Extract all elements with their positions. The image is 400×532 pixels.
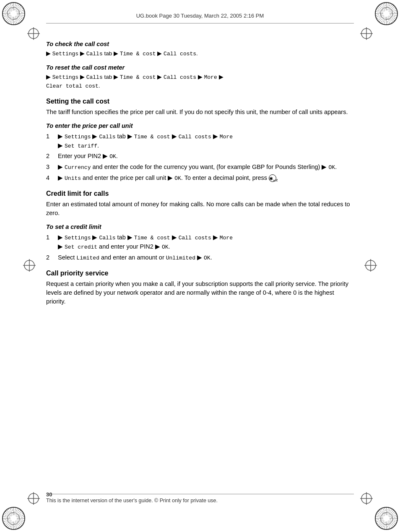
item-2-num: 2	[46, 152, 58, 161]
reg-mark-mr	[364, 259, 377, 273]
footer-content: 30 This is the internet version of the u…	[46, 491, 354, 503]
section-call-priority-para: Request a certain priority when you make…	[46, 280, 354, 306]
reg-mark-ml	[23, 259, 36, 273]
section-credit-limit: Credit limit for calls Enter an estimate…	[46, 189, 354, 218]
reg-mark-br	[360, 492, 373, 505]
reg-mark-tl	[27, 27, 40, 40]
credit-item-1-content: ▶ Settings ▶ Calls tab ▶ Time & cost ▶ C…	[58, 233, 354, 252]
section-setting-call-cost: Setting the call cost The tariff functio…	[46, 96, 354, 117]
reg-mark-tr	[360, 27, 373, 40]
set-credit-list: 1 ▶ Settings ▶ Calls tab ▶ Time & cost ▶…	[46, 233, 354, 262]
enter-price-item-4: 4 ▶ Units and enter the price per call u…	[46, 174, 354, 183]
section-credit-limit-heading: Credit limit for calls	[46, 189, 354, 198]
section-call-priority: Call priority service Request a certain …	[46, 268, 354, 306]
item-3-content: ▶ Currency and enter the code for the cu…	[58, 163, 354, 172]
enter-price-item-1: 1 ▶ Settings ▶ Calls tab ▶ Time & cost ▶…	[46, 132, 354, 151]
header-bar	[46, 23, 354, 23]
section-credit-limit-para: Enter an estimated total amount of money…	[46, 200, 354, 218]
section-enter-price: To enter the price per call unit 1 ▶ Set…	[46, 122, 354, 183]
reg-mark-bl	[27, 492, 40, 505]
page-number: 30	[46, 491, 52, 498]
item-2-content: Enter your PIN2 ▶ OK.	[58, 152, 354, 161]
item-3-num: 3	[46, 163, 58, 171]
section-call-priority-heading: Call priority service	[46, 268, 354, 278]
credit-item-2-num: 2	[46, 253, 58, 262]
footer-copyright: This is the internet version of the user…	[46, 498, 218, 503]
credit-item-2: 2 Select Limited and enter an amount or …	[46, 253, 354, 262]
section-set-credit-limit-heading: To set a credit limit	[46, 223, 354, 231]
enter-price-item-2: 2 Enter your PIN2 ▶ OK.	[46, 152, 354, 161]
section-setting-call-cost-para: The tariff function specifies the price …	[46, 108, 354, 117]
main-content: To check the call cost ▶ Settings ▶ Call…	[46, 40, 354, 492]
credit-item-2-content: Select Limited and enter an amount or Un…	[58, 253, 354, 262]
item-1-content: ▶ Settings ▶ Calls tab ▶ Time & cost ▶ C…	[58, 132, 354, 151]
header-text: UG.book Page 30 Tuesday, March 22, 2005 …	[0, 13, 400, 19]
section-reset-call-cost: To reset the call cost meter ▶ Settings …	[46, 63, 354, 91]
section-enter-price-heading: To enter the price per call unit	[46, 122, 354, 130]
corner-decoration-bl	[0, 507, 25, 532]
item-4-content: ▶ Units and enter the price per call uni…	[58, 174, 354, 183]
enter-price-list: 1 ▶ Settings ▶ Calls tab ▶ Time & cost ▶…	[46, 132, 354, 183]
corner-decoration-br	[375, 507, 400, 532]
section-check-call-cost: To check the call cost ▶ Settings ▶ Call…	[46, 40, 354, 58]
section-check-call-cost-heading: To check the call cost	[46, 40, 354, 49]
page-container: UG.book Page 30 Tuesday, March 22, 2005 …	[0, 0, 400, 532]
item-4-num: 4	[46, 174, 58, 182]
credit-item-1: 1 ▶ Settings ▶ Calls tab ▶ Time & cost ▶…	[46, 233, 354, 252]
item-1-num: 1	[46, 132, 58, 141]
section-reset-call-cost-heading: To reset the call cost meter	[46, 63, 354, 72]
section-set-credit-limit: To set a credit limit 1 ▶ Settings ▶ Cal…	[46, 223, 354, 262]
section-setting-call-cost-heading: Setting the call cost	[46, 96, 354, 106]
enter-price-item-3: 3 ▶ Currency and enter the code for the …	[46, 163, 354, 172]
credit-item-1-num: 1	[46, 233, 58, 242]
section-check-call-cost-nav: ▶ Settings ▶ Calls tab ▶ Time & cost ▶ C…	[46, 49, 354, 58]
star-symbol: ✱a/A	[269, 174, 276, 182]
section-reset-call-cost-nav: ▶ Settings ▶ Calls tab ▶ Time & cost ▶ C…	[46, 73, 354, 91]
